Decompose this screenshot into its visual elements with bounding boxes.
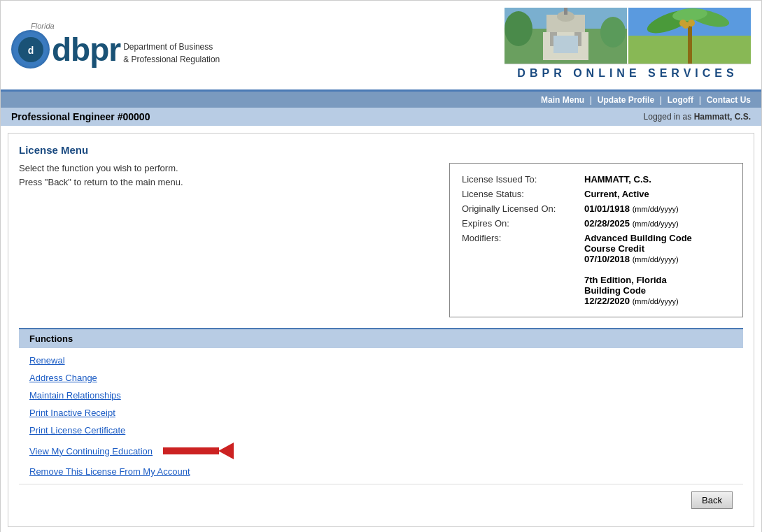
print-license-certificate-link[interactable]: Print License Certificate (29, 425, 733, 436)
arrow-annotation (163, 443, 234, 459)
modifiers-value: Advanced Building Code Course Credit 07/… (581, 231, 734, 308)
logoff-link[interactable]: Logoff (668, 95, 693, 105)
header-banner: DBPR ONLINE SERVICES (505, 8, 751, 82)
logo-area: Florida d dbpr Department of Business & (11, 22, 220, 69)
svg-rect-6 (564, 8, 567, 15)
modifiers-row: Modifiers: Advanced Building Code Course… (458, 231, 734, 308)
orig-licensed-label: Originally Licensed On: (458, 201, 581, 216)
orig-licensed-row: Originally Licensed On: 01/01/1918 (mm/d… (458, 201, 734, 216)
print-inactive-receipt-link[interactable]: Print Inactive Receipt (29, 408, 733, 418)
back-button[interactable]: Back (691, 491, 733, 509)
functions-header: Functions (19, 329, 743, 348)
view-ce-row: View My Continuing Education (29, 443, 733, 459)
functions-list: Renewal Address Change Maintain Relation… (19, 355, 743, 477)
page-title: Professional Engineer #00000 (11, 111, 150, 122)
expires-label: Expires On: (458, 216, 581, 231)
issued-to-value: HAMMATT, C.S. (581, 172, 734, 187)
svg-point-21 (679, 20, 686, 27)
top-section: Select the function you wish to perform.… (19, 163, 743, 317)
logo-dbpr-text: dbpr (52, 34, 120, 66)
svg-rect-10 (553, 36, 578, 53)
instructions: Select the function you wish to perform.… (19, 163, 435, 317)
expires-row: Expires On: 02/28/2025 (mm/dd/yyyy) (458, 216, 734, 231)
back-row: Back (19, 484, 743, 516)
view-continuing-education-link[interactable]: View My Continuing Education (29, 446, 153, 456)
logo-dept-text: Department of Business & Professional Re… (123, 41, 220, 66)
logged-in-username: Hammatt, C.S. (694, 112, 751, 122)
main-content: License Menu Select the function you wis… (8, 133, 754, 527)
svg-rect-15 (688, 22, 692, 64)
dbpr-logo-icon: d (11, 30, 50, 69)
contact-us-link[interactable]: Contact Us (707, 95, 751, 105)
orig-licensed-value: 01/01/1918 (mm/dd/yyyy) (581, 201, 734, 216)
page-header: Florida d dbpr Department of Business & (1, 1, 761, 92)
banner-images (505, 8, 751, 64)
renewal-link[interactable]: Renewal (29, 355, 733, 366)
license-status-row: License Status: Current, Active (458, 187, 734, 201)
license-info-table: License Issued To: HAMMATT, C.S. License… (458, 172, 734, 308)
instruction-line1: Select the function you wish to perform. (19, 163, 435, 173)
expires-value: 02/28/2025 (mm/dd/yyyy) (581, 216, 734, 231)
login-status: Logged in as Hammatt, C.S. (644, 112, 751, 122)
address-change-link[interactable]: Address Change (29, 373, 733, 383)
functions-section: Functions Renewal Address Change Maintai… (19, 328, 743, 477)
nav-bar: Main Menu | Update Profile | Logoff | Co… (1, 92, 761, 108)
license-issued-to-row: License Issued To: HAMMATT, C.S. (458, 172, 734, 187)
update-profile-link[interactable]: Update Profile (598, 95, 654, 105)
instruction-line2: Press "Back" to return to the main menu. (19, 177, 435, 187)
sub-header: Professional Engineer #00000 Logged in a… (1, 108, 761, 126)
svg-point-12 (600, 17, 626, 48)
svg-text:d: d (27, 45, 34, 56)
main-menu-link[interactable]: Main Menu (541, 95, 584, 105)
issued-to-label: License Issued To: (458, 172, 581, 187)
banner-image-right (628, 8, 751, 64)
status-value: Current, Active (581, 187, 734, 201)
remove-license-link[interactable]: Remove This License From My Account (29, 466, 733, 477)
svg-point-11 (505, 11, 532, 46)
banner-image-left (505, 8, 627, 64)
svg-point-20 (688, 20, 695, 27)
license-info-box: License Issued To: HAMMATT, C.S. License… (449, 163, 743, 317)
status-label: License Status: (458, 187, 581, 201)
maintain-relationships-link[interactable]: Maintain Relationships (29, 390, 733, 401)
modifiers-label: Modifiers: (458, 231, 581, 308)
license-menu-title: License Menu (19, 144, 743, 156)
logo-florida-text: Florida (31, 22, 120, 30)
banner-title: DBPR ONLINE SERVICES (505, 64, 751, 82)
